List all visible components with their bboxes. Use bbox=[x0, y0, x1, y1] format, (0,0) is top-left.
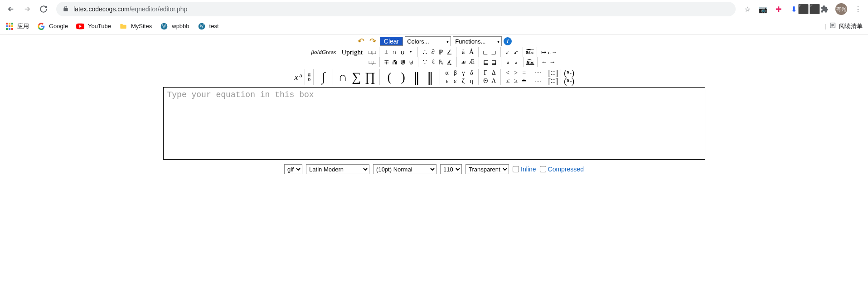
sym-mp[interactable]: ∓ bbox=[383, 58, 391, 66]
size-select[interactable]: (10pt) Normal bbox=[373, 164, 436, 174]
sym-bullet[interactable]: • bbox=[407, 48, 415, 56]
sym-cap[interactable]: ∩ bbox=[390, 48, 398, 56]
sym-overarc[interactable]: a͡bc bbox=[526, 48, 534, 56]
sym-rparen[interactable]: ) bbox=[396, 73, 410, 81]
reading-list-button[interactable]: | 阅读清单 bbox=[825, 22, 863, 30]
sym-gamma[interactable]: γ bbox=[459, 69, 467, 77]
sym-leq[interactable]: ≤ bbox=[504, 77, 512, 85]
sym-Cup[interactable]: ⋓ bbox=[399, 58, 407, 66]
sym-epsilon[interactable]: ε bbox=[443, 77, 451, 85]
forward-button[interactable] bbox=[20, 2, 34, 16]
plus-ext-icon[interactable]: ✚ bbox=[774, 5, 783, 14]
sym-therefore[interactable]: ∴ bbox=[421, 48, 429, 56]
sym-pm[interactable]: ± bbox=[382, 48, 390, 56]
sym-ell[interactable]: ℓ bbox=[429, 58, 437, 66]
sym-cdots[interactable]: ⋯ bbox=[534, 69, 542, 77]
sym-lparen[interactable]: ( bbox=[383, 73, 396, 81]
sym-underarc[interactable]: a͡bc bbox=[526, 58, 534, 66]
sym-binom2[interactable]: (ⁿᵣ) bbox=[564, 77, 574, 85]
sym-delta[interactable]: δ bbox=[467, 69, 475, 77]
wpbbb-bookmark[interactable]: W wpbbb bbox=[160, 22, 189, 30]
sym-nto[interactable]: n → bbox=[548, 48, 557, 56]
back-button[interactable] bbox=[4, 2, 18, 16]
menu-icon[interactable]: ⋮ bbox=[853, 5, 863, 14]
sym-int[interactable]: ∫ bbox=[316, 73, 330, 81]
functions-dropdown[interactable]: Functions...▾ bbox=[453, 36, 502, 46]
sym-prod[interactable]: ∏ bbox=[363, 73, 377, 81]
sym-gt[interactable]: > bbox=[512, 69, 520, 77]
apps-bookmark[interactable]: 应用 bbox=[5, 22, 29, 30]
sym-frac[interactable]: ab bbox=[308, 72, 310, 82]
sym-varepsilon[interactable]: ε bbox=[451, 77, 459, 85]
sym-because[interactable]: ∵ bbox=[421, 58, 429, 66]
extensions-puzzle-icon[interactable] bbox=[820, 5, 829, 14]
sym-eta[interactable]: η bbox=[467, 77, 475, 85]
sym-cdots2[interactable]: ⋯ bbox=[534, 78, 542, 85]
equation-input[interactable] bbox=[163, 87, 705, 160]
google-bookmark[interactable]: Google bbox=[37, 22, 68, 30]
star-icon[interactable]: ☆ bbox=[743, 5, 752, 14]
dpi-select[interactable]: 110 bbox=[440, 164, 462, 174]
sym-AE[interactable]: Æ bbox=[468, 58, 476, 66]
sym-zeta[interactable]: ζ bbox=[459, 77, 467, 85]
sym-uplus[interactable]: ⊎ bbox=[407, 58, 415, 66]
sym-bigcap[interactable]: ∩ bbox=[336, 73, 349, 81]
sym-sqsubset[interactable]: ⊏ bbox=[481, 48, 490, 56]
sym-partial[interactable]: ∂ bbox=[429, 48, 437, 56]
font-select[interactable]: Latin Modern bbox=[306, 164, 369, 174]
sym-superscript[interactable]: xᵃ bbox=[294, 73, 302, 81]
bg-select[interactable]: Transparent bbox=[466, 164, 509, 174]
sym-sum[interactable]: ∑ bbox=[349, 73, 363, 81]
inline-checkbox[interactable] bbox=[513, 166, 519, 172]
sym-Lambda[interactable]: Λ bbox=[490, 77, 498, 85]
sym-sqsupset[interactable]: ⊐ bbox=[490, 48, 498, 56]
sym-beta[interactable]: β bbox=[451, 69, 459, 77]
sym-dprime[interactable]: a'' bbox=[512, 48, 520, 56]
sym-prime[interactable]: a' bbox=[504, 48, 512, 56]
sym-eq[interactable]: = bbox=[520, 69, 528, 77]
sym-Aring[interactable]: Å bbox=[467, 48, 475, 56]
youtube-bookmark[interactable]: YouTube bbox=[76, 22, 111, 30]
camera-icon[interactable]: 📷 bbox=[758, 5, 767, 14]
inline-label[interactable]: Inline bbox=[521, 166, 536, 173]
sym-geq[interactable]: ≥ bbox=[512, 77, 520, 85]
undo-button[interactable]: ↶ bbox=[356, 37, 366, 46]
sym-sidebyside2[interactable]: □,□ bbox=[369, 58, 377, 66]
sym-ddot[interactable]: ä bbox=[512, 58, 520, 66]
reload-button[interactable] bbox=[36, 2, 51, 16]
clear-button[interactable]: Clear bbox=[380, 37, 403, 46]
sym-leftarrow[interactable]: ← bbox=[540, 58, 548, 66]
sym-alpha[interactable]: α bbox=[443, 69, 451, 77]
mysites-bookmark[interactable]: MySites bbox=[119, 22, 152, 30]
format-select[interactable]: gif bbox=[284, 164, 302, 174]
sym-Gamma[interactable]: Γ bbox=[481, 69, 490, 77]
sym-sidebyside[interactable]: □,□ bbox=[368, 48, 376, 56]
style-boldgreek[interactable]: βoldGreeκ bbox=[309, 49, 339, 56]
sym-grave[interactable]: à bbox=[504, 58, 512, 66]
info-icon[interactable]: i bbox=[504, 37, 512, 45]
download-ext-icon[interactable]: ⬇ bbox=[789, 5, 798, 14]
compressed-checkbox[interactable] bbox=[540, 166, 546, 172]
sym-doteq[interactable]: ≐ bbox=[520, 77, 528, 85]
ext-icon-dots[interactable]: ⬛⬛ bbox=[805, 5, 814, 14]
compressed-label[interactable]: Compressed bbox=[548, 166, 584, 173]
sym-matrix2[interactable]: [∶∶] bbox=[548, 77, 558, 85]
sym-Theta[interactable]: Θ bbox=[481, 77, 490, 85]
profile-avatar[interactable]: 有光 bbox=[835, 3, 847, 15]
url-bar[interactable]: latex.codecogs.com/eqneditor/editor.php bbox=[56, 2, 736, 16]
sym-sqsupseteq[interactable]: ⊒ bbox=[490, 58, 498, 66]
sym-measuredangle[interactable]: ∡ bbox=[446, 58, 454, 66]
sym-ae[interactable]: æ bbox=[460, 58, 468, 66]
sym-N[interactable]: ℕ bbox=[437, 58, 446, 66]
sym-mapsto[interactable]: ↦ bbox=[540, 48, 548, 56]
sym-P[interactable]: ℙ bbox=[437, 48, 445, 56]
style-upright[interactable]: Upright bbox=[339, 49, 365, 56]
sym-lt[interactable]: < bbox=[504, 69, 512, 77]
sym-vert2[interactable]: ‖ bbox=[423, 73, 437, 81]
sym-aring[interactable]: å bbox=[459, 48, 467, 56]
colors-dropdown[interactable]: Colors...▾ bbox=[405, 36, 451, 46]
redo-button[interactable]: ↷ bbox=[368, 37, 378, 46]
sym-angle[interactable]: ∠ bbox=[445, 48, 453, 56]
sym-rightarrow[interactable]: → bbox=[548, 58, 557, 66]
test-bookmark[interactable]: W test bbox=[198, 22, 219, 30]
